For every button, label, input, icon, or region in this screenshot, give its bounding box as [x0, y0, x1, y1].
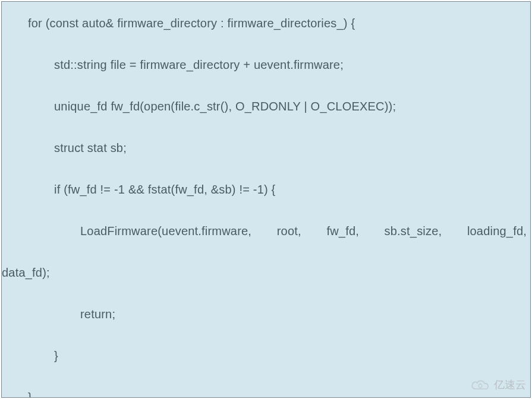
code-token: loading_fd,	[467, 224, 527, 238]
blank-line	[2, 197, 530, 224]
code-line: struct stat sb;	[2, 141, 530, 155]
blank-line	[2, 280, 530, 307]
blank-line	[2, 155, 530, 182]
blank-line	[2, 363, 530, 390]
code-line: }	[2, 349, 530, 363]
code-block: for (const auto& firmware_directory : fi…	[1, 1, 531, 398]
watermark-text: 亿速云	[494, 378, 526, 392]
blank-line	[2, 113, 530, 141]
code-token: fw_fd,	[326, 224, 359, 238]
code-token: root,	[277, 224, 301, 238]
code-token: sb.st_size,	[385, 224, 442, 238]
code-line-justified: LoadFirmware(uevent.firmware, root, fw_f…	[2, 224, 530, 238]
code-token: LoadFirmware(uevent.firmware,	[80, 224, 251, 238]
watermark: 亿速云	[470, 378, 526, 392]
cloud-icon	[470, 378, 490, 391]
blank-line	[2, 30, 530, 58]
code-line: std::string file = firmware_directory + …	[2, 58, 530, 72]
code-line: data_fd);	[2, 265, 530, 280]
code-line: unique_fd fw_fd(open(file.c_str(), O_RDO…	[2, 99, 530, 113]
code-line: return;	[2, 307, 530, 321]
code-line: for (const auto& firmware_directory : fi…	[2, 16, 530, 30]
blank-line	[2, 72, 530, 99]
blank-line	[2, 238, 530, 265]
code-line: }	[2, 390, 530, 398]
code-line: if (fw_fd != -1 && fstat(fw_fd, &sb) != …	[2, 182, 530, 197]
blank-line	[2, 321, 530, 349]
